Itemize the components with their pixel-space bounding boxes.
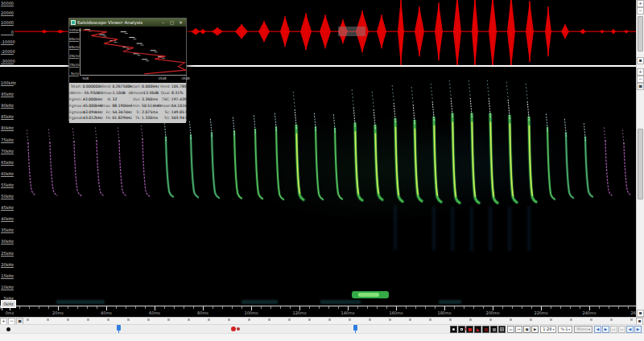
spectrum-freq-label: 25kHz <box>69 63 79 68</box>
wave-vscroll-thumb[interactable] <box>638 16 643 51</box>
palette-button-white-square[interactable] <box>458 326 465 333</box>
zoom-ratio-value: 1:28 <box>543 327 551 332</box>
analysis-value: 149.85 OPS <box>171 110 188 114</box>
analysis-window-titlebar[interactable]: Kaleidoscope Viewer Analysis – ▢ ✕ <box>69 18 186 27</box>
analysis-value: 2.075ms <box>141 110 158 114</box>
freq-axis-label: 45kHz <box>1 205 14 211</box>
spectrum-freq-label: 85kHz <box>69 37 79 42</box>
freq-axis-label: 65kHz <box>1 160 14 166</box>
marker-flag-blue[interactable] <box>117 325 121 331</box>
view-button-1[interactable]: ▭ <box>507 326 514 333</box>
table-cell: Fmax:88.190kHz <box>99 104 129 108</box>
amp-axis-label: 10000 <box>1 20 14 26</box>
spectrum-db-label: -35dB <box>157 76 167 80</box>
timeline-marker-bar[interactable]: ▭↔▣▶ 1:28 ▾ % 1 ▾ Mono ▾ ◀▶▭▭◀▶ <box>0 324 644 333</box>
zero-freq-label: 0kHz <box>1 300 16 308</box>
marker-dot-red-small[interactable] <box>237 327 240 331</box>
nav-button-5[interactable]: ◀ <box>626 326 634 333</box>
amp-axis-label: -10000 <box>1 39 14 45</box>
amp-axis-label: 0 <box>1 30 14 35</box>
playback-rate-dropdown[interactable]: % 1 ▾ <box>558 326 572 333</box>
horizontal-scrollbar[interactable]: + − ▣ ▪ <box>0 317 644 324</box>
view-button-4[interactable]: ▶ <box>531 326 539 333</box>
analysis-value: 105.785kHz <box>171 84 188 88</box>
spec-zoom-in-button[interactable]: + <box>637 68 644 76</box>
analysis-label: dBmax: <box>99 91 112 95</box>
analysis-label: dBmean: <box>128 91 141 95</box>
analysis-value: -13.36dB <box>141 91 158 95</box>
view-button-3[interactable]: ▣ <box>523 326 530 333</box>
analysis-label: Fstart: <box>128 84 141 88</box>
close-button[interactable]: ✕ <box>177 20 184 25</box>
dark-red-square-icon <box>485 328 488 331</box>
wave-zoom-in-button[interactable]: + <box>637 0 644 7</box>
time-axis-label: 240ms <box>580 310 598 315</box>
amp-axis-label: 30000 <box>1 1 14 6</box>
wave-scroll-handle-button[interactable]: ▪ <box>637 57 644 64</box>
nav-button-4[interactable]: ▭ <box>618 326 625 333</box>
palette-button-red-square[interactable] <box>466 326 473 333</box>
table-cell: dBmin:-55.93dB <box>69 91 99 95</box>
spectrum-freq-label: 5kHz <box>69 72 79 76</box>
view-button-2[interactable]: ↔ <box>515 326 522 333</box>
freq-axis-label: 15kHz <box>1 273 14 279</box>
freq-axis-label: 55kHz <box>1 183 14 188</box>
freq-axis-label: 40kHz <box>1 216 14 222</box>
nav-button-3[interactable]: ▭ <box>610 326 617 333</box>
spectrum-db-label: -45dB <box>180 76 190 80</box>
palette-button-gray-square[interactable] <box>490 326 497 333</box>
analysis-label: Tstart: <box>69 84 82 88</box>
analysis-label: Fmin: <box>128 104 141 108</box>
analysis-value: 50.514kHz <box>141 104 158 108</box>
nav-button-6[interactable]: ▶ <box>634 326 642 333</box>
table-row: dBmin:-55.93dBdBmax:1.10dBdBmean:-13.36d… <box>69 90 186 97</box>
zoom-ratio-dropdown[interactable]: 1:28 ▾ <box>540 326 556 333</box>
maximize-button[interactable]: ▢ <box>168 20 175 25</box>
analysis-label: dBmin: <box>69 91 82 95</box>
table-cell: dBmean:-13.36dB <box>128 91 158 95</box>
power-spectrum-plot: 105kHz85kHz65kHz45kHz25kHz5kHz -5dB-35dB… <box>69 27 186 83</box>
bottom-toolbar: ▭↔▣▶ 1:28 ▾ % 1 ▾ Mono ▾ ◀▶▭▭◀▶ <box>450 326 642 333</box>
spectrum-freq-label: 65kHz <box>69 45 79 50</box>
analysis-value: 54.347kHz <box>111 110 128 114</box>
view-button-group: ▭↔▣▶ <box>507 326 539 333</box>
analysis-label: Qual: <box>158 91 171 95</box>
palette-button-white-dot[interactable] <box>450 326 457 333</box>
wave-zoom-out-button[interactable]: − <box>637 7 644 14</box>
spec-vscroll-thumb[interactable] <box>638 129 643 199</box>
playback-rate-value: 1 <box>565 327 568 332</box>
marker-dot-black[interactable] <box>6 327 10 331</box>
analysis-value: 43.000kHz <box>82 97 99 101</box>
marker-flag-blue[interactable] <box>353 325 357 331</box>
analysis-value: 0.267500s <box>111 84 128 88</box>
channel-dropdown[interactable]: Mono ▾ <box>574 326 592 333</box>
minimize-button[interactable]: – <box>159 20 167 25</box>
nav-button-2[interactable]: ▶ <box>602 326 609 333</box>
analysis-window[interactable]: Kaleidoscope Viewer Analysis – ▢ ✕ 105kH… <box>68 18 187 121</box>
analysis-value: 45.000kHz <box>82 104 99 108</box>
palette-button-grid[interactable] <box>498 326 506 333</box>
analysis-value: 61.829kHz <box>111 116 128 120</box>
analysis-value: 1.330ms <box>141 116 158 120</box>
analysis-value: 32 <box>112 97 129 101</box>
analysis-label: S1: <box>158 116 171 120</box>
marker-dot-red[interactable] <box>231 327 236 331</box>
hscroll-tick-marks <box>27 318 634 321</box>
time-axis-label: 160ms <box>387 310 405 315</box>
nav-button-1[interactable]: ◀ <box>594 326 601 333</box>
table-cell: Tc:2.075ms <box>128 110 158 114</box>
freq-axis-label: 85kHz <box>1 114 14 120</box>
amp-axis-label: -30000 <box>1 59 14 64</box>
analysis-value: 197.439ms <box>171 97 188 101</box>
analysis-value: 8.31% <box>171 91 188 95</box>
spec-scroll-handle-button[interactable]: ▪ <box>637 310 644 317</box>
table-cell: Fgpeak:43.012kHz <box>69 116 99 120</box>
time-axis-label: 260ms <box>629 310 636 315</box>
table-cell: Fgmean:43.094kHz <box>69 110 99 114</box>
spec-fit-button[interactable]: ▣ <box>637 83 644 90</box>
table-cell: Dur:3.260ms <box>128 97 158 101</box>
palette-button-dark-red-square[interactable] <box>482 326 489 333</box>
table-cell: dBmax:1.10dB <box>99 91 129 95</box>
spec-zoom-out-button[interactable]: − <box>637 76 644 83</box>
palette-button-red-triangle[interactable] <box>474 326 481 333</box>
